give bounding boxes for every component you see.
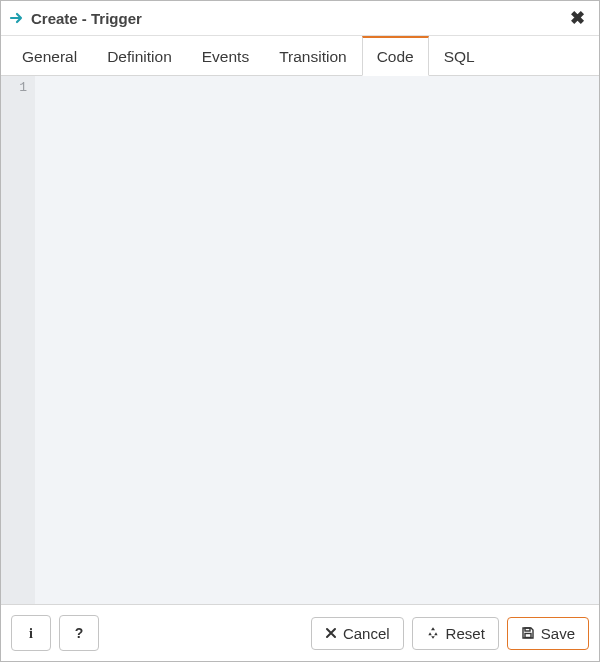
help-icon: ? <box>72 626 86 640</box>
code-editor: 1 <box>1 76 599 604</box>
titlebar: Create - Trigger ✖ <box>1 1 599 36</box>
save-button[interactable]: Save <box>507 617 589 650</box>
cancel-icon <box>325 627 337 639</box>
save-label: Save <box>541 625 575 642</box>
arrow-right-icon <box>9 10 25 26</box>
save-icon <box>521 626 535 640</box>
tab-sql[interactable]: SQL <box>429 36 490 76</box>
tab-general[interactable]: General <box>7 36 92 76</box>
tab-events[interactable]: Events <box>187 36 264 76</box>
recycle-icon <box>426 626 440 640</box>
svg-text:i: i <box>29 626 33 640</box>
svg-text:?: ? <box>75 626 84 640</box>
line-gutter: 1 <box>1 76 35 604</box>
info-button[interactable]: i <box>11 615 51 651</box>
cancel-label: Cancel <box>343 625 390 642</box>
dialog-title: Create - Trigger <box>31 10 566 27</box>
tab-transition[interactable]: Transition <box>264 36 361 76</box>
reset-button[interactable]: Reset <box>412 617 499 650</box>
info-icon: i <box>24 626 38 640</box>
reset-label: Reset <box>446 625 485 642</box>
help-button[interactable]: ? <box>59 615 99 651</box>
code-input[interactable] <box>35 76 599 604</box>
create-trigger-dialog: Create - Trigger ✖ General Definition Ev… <box>0 0 600 662</box>
footer: i ? Cancel Reset <box>1 604 599 661</box>
tabs: General Definition Events Transition Cod… <box>1 36 599 76</box>
svg-rect-3 <box>525 634 531 638</box>
tab-code[interactable]: Code <box>362 36 429 76</box>
tab-definition[interactable]: Definition <box>92 36 187 76</box>
close-icon[interactable]: ✖ <box>566 7 589 29</box>
cancel-button[interactable]: Cancel <box>311 617 404 650</box>
line-number: 1 <box>1 80 27 95</box>
svg-rect-2 <box>525 628 530 631</box>
